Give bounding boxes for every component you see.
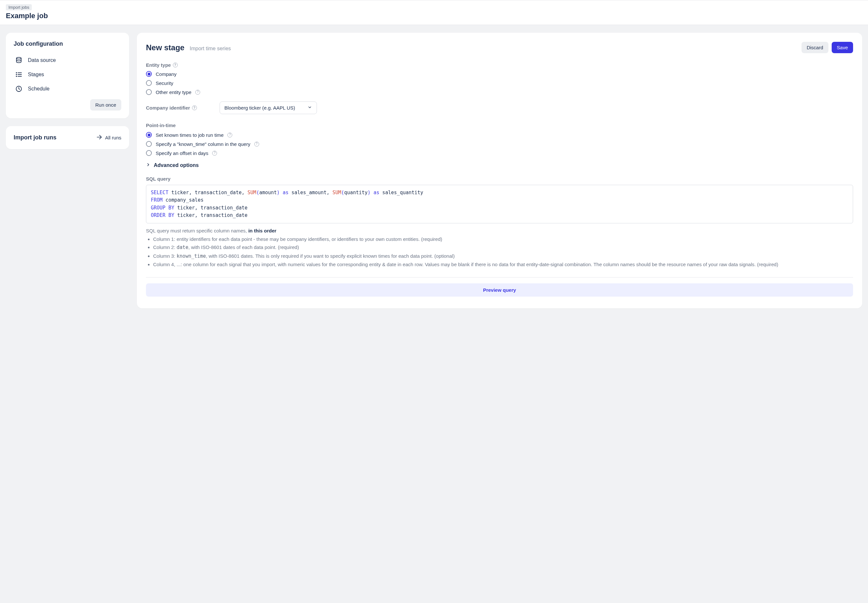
radio-security[interactable]: Security (146, 80, 853, 86)
svg-point-1 (16, 73, 17, 73)
company-identifier-row: Company identifier ? Bloomberg ticker (e… (146, 102, 853, 114)
list-item: Column 4, ...: one column for each signa… (153, 261, 853, 268)
clock-icon (15, 85, 23, 93)
entity-type-group: Company Security Other entity type ? (146, 71, 853, 95)
run-once-button[interactable]: Run once (90, 99, 121, 111)
radio-label: Company (156, 71, 177, 77)
list-item-text: , with ISO-8601 dates of each data point… (188, 244, 299, 250)
sql-token: SUM (248, 190, 256, 195)
stage-header: New stage Import time series Discard Sav… (146, 42, 853, 53)
help-icon[interactable]: ? (212, 151, 217, 156)
sql-token: SELECT (151, 190, 168, 195)
entity-type-label: Entity type ? (146, 62, 853, 68)
radio-other-entity[interactable]: Other entity type ? (146, 89, 853, 95)
sidebar: Job configuration Data source (6, 33, 129, 149)
svg-point-3 (16, 74, 17, 75)
pit-label: Point-in-time (146, 122, 853, 128)
radio-label: Specify an offset in days (156, 150, 208, 156)
sidebar-item-label: Schedule (28, 86, 50, 92)
sql-token: amount (259, 190, 277, 195)
sql-token: SUM (332, 190, 341, 195)
sql-token: ticker, transaction_date (174, 212, 248, 218)
help-icon[interactable]: ? (173, 63, 178, 67)
svg-point-5 (16, 76, 17, 77)
list-item-text: , with ISO-8601 dates. This is only requ… (206, 253, 455, 259)
code-inline: known_time (177, 253, 206, 259)
advanced-options-label: Advanced options (154, 162, 199, 168)
chevron-right-icon (146, 162, 150, 168)
sql-token: FROM (151, 197, 163, 203)
list-item-text: Column 2: (153, 244, 177, 250)
radio-icon (146, 80, 152, 86)
stage-title: New stage (146, 43, 184, 52)
sql-token: sales_quantity (379, 190, 423, 195)
save-button[interactable]: Save (832, 42, 853, 53)
sql-token: ( (256, 190, 259, 195)
entity-type-label-text: Entity type (146, 62, 171, 68)
sql-token: ticker, transaction_date, (168, 190, 248, 195)
svg-point-0 (17, 57, 22, 59)
sql-token: company_sales (163, 197, 203, 203)
help-icon[interactable]: ? (192, 105, 197, 110)
list-item: Column 1: entity identifiers for each da… (153, 235, 853, 243)
sql-token: ) (367, 190, 370, 195)
stage-card: New stage Import time series Discard Sav… (137, 33, 862, 308)
sql-columns-list: Column 1: entity identifiers for each da… (146, 235, 853, 268)
pit-group: Set known times to job run time ? Specif… (146, 132, 853, 156)
radio-company[interactable]: Company (146, 71, 853, 77)
sidebar-item-data-source[interactable]: Data source (14, 53, 121, 67)
list-icon (15, 71, 23, 79)
sql-token: sales_amount, (288, 190, 332, 195)
advanced-options-toggle[interactable]: Advanced options (146, 162, 853, 168)
radio-label: Security (156, 80, 173, 86)
all-runs-link[interactable]: All runs (96, 134, 121, 141)
sql-token: as (374, 190, 379, 195)
discard-button[interactable]: Discard (801, 42, 828, 53)
sql-hint-strong: in this order (248, 228, 276, 233)
radio-label: Set known times to job run time (156, 132, 223, 138)
code-inline: date (177, 244, 188, 250)
sidebar-item-schedule[interactable]: Schedule (14, 82, 121, 96)
help-icon[interactable]: ? (195, 90, 200, 95)
sql-label: SQL query (146, 176, 853, 182)
sql-editor[interactable]: SELECT ticker, transaction_date, SUM(amo… (146, 185, 853, 223)
sidebar-item-label: Data source (28, 57, 56, 63)
radio-icon (146, 150, 152, 156)
radio-icon (146, 132, 152, 138)
company-identifier-select[interactable]: Bloomberg ticker (e.g. AAPL US) (220, 102, 317, 114)
preview-query-button[interactable]: Preview query (146, 283, 853, 297)
sql-token: ( (341, 190, 344, 195)
sql-token: as (282, 190, 288, 195)
stage-subtitle: Import time series (190, 46, 231, 51)
sql-token: ticker, transaction_date (174, 205, 248, 211)
sql-token: GROUP BY (151, 205, 174, 211)
main: New stage Import time series Discard Sav… (137, 33, 862, 308)
job-runs-card: Import job runs All runs (6, 126, 129, 149)
sql-token: quantity (344, 190, 367, 195)
radio-pit-offset[interactable]: Specify an offset in days ? (146, 150, 853, 156)
sql-token: ORDER BY (151, 212, 174, 218)
breadcrumb[interactable]: Import jobs (6, 4, 32, 10)
job-runs-heading: Import job runs (14, 134, 56, 141)
help-icon[interactable]: ? (254, 142, 259, 147)
sidebar-item-label: Stages (28, 72, 44, 77)
list-item: Column 2: date, with ISO-8601 dates of e… (153, 243, 853, 251)
list-item-text: Column 3: (153, 253, 177, 259)
sql-hint-prefix: SQL query must return specific column na… (146, 228, 248, 233)
divider (146, 277, 853, 278)
job-config-heading: Job configuration (14, 40, 121, 47)
radio-pit-runtime[interactable]: Set known times to job run time ? (146, 132, 853, 138)
chevron-down-icon (307, 105, 312, 111)
company-identifier-label-text: Company identifier (146, 105, 190, 111)
topbar: Import jobs Example job (0, 0, 868, 25)
layout: Job configuration Data source (0, 25, 868, 316)
radio-icon (146, 71, 152, 77)
radio-label: Other entity type (156, 90, 191, 95)
all-runs-label: All runs (105, 135, 121, 141)
help-icon[interactable]: ? (227, 133, 232, 138)
list-item: Column 3: known_time, with ISO-8601 date… (153, 252, 853, 260)
sidebar-item-stages[interactable]: Stages (14, 67, 121, 82)
radio-icon (146, 89, 152, 95)
select-value: Bloomberg ticker (e.g. AAPL US) (225, 105, 295, 111)
radio-pit-known-time[interactable]: Specify a "known_time" column in the que… (146, 141, 853, 147)
